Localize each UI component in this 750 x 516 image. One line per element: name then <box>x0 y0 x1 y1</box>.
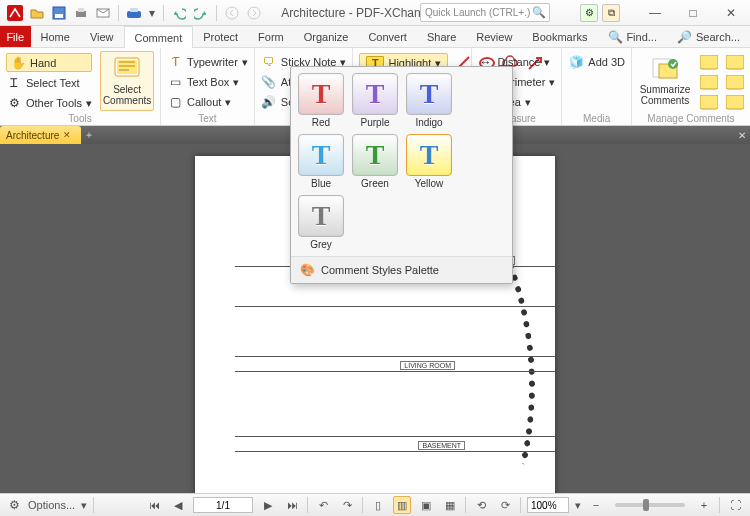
rotate-ccw-icon[interactable]: ⟲ <box>472 496 490 514</box>
search-doc-icon: 🔎 <box>677 29 693 45</box>
print-icon[interactable] <box>72 4 90 22</box>
nav-back-icon[interactable] <box>223 4 241 22</box>
menu-convert[interactable]: Convert <box>358 26 417 47</box>
next-view-button[interactable]: ↷ <box>338 496 356 514</box>
room-living: LIVING ROOM <box>400 361 455 370</box>
swatch-letter-icon: T <box>366 78 385 110</box>
swatch-green[interactable]: TGreen <box>351 134 399 189</box>
search-button[interactable]: 🔎Search... <box>667 26 750 47</box>
menu-organize[interactable]: Organize <box>294 26 359 47</box>
prev-view-button[interactable]: ↶ <box>314 496 332 514</box>
comment-styles-palette-button[interactable]: 🎨 Comment Styles Palette <box>291 256 512 283</box>
other-tools[interactable]: ⚙Other Tools ▾ <box>6 94 92 112</box>
svg-rect-19 <box>700 75 718 89</box>
layout-facing-icon[interactable]: ▣ <box>417 496 435 514</box>
menu-home[interactable]: Home <box>31 26 80 47</box>
add-3d-tool[interactable]: 🧊Add 3D <box>568 53 625 71</box>
redo-icon[interactable] <box>192 4 210 22</box>
app-icon <box>6 4 24 22</box>
ui-options-icon[interactable]: ⚙ <box>580 4 598 22</box>
swatch-label: Indigo <box>415 117 442 128</box>
menu-review[interactable]: Review <box>466 26 522 47</box>
swatch-yellow[interactable]: TYellow <box>405 134 453 189</box>
swatch-red[interactable]: TRed <box>297 73 345 128</box>
find-button[interactable]: 🔍Find... <box>597 26 667 47</box>
mc-1-icon[interactable] <box>700 55 718 71</box>
select-text-tool[interactable]: ᏆSelect Text <box>6 74 92 92</box>
menu-form[interactable]: Form <box>248 26 294 47</box>
zoom-dropdown-icon[interactable]: ▾ <box>575 499 581 512</box>
layout-continuous-icon[interactable]: ▥ <box>393 496 411 514</box>
textbox-tool[interactable]: ▭Text Box▾ <box>167 73 248 91</box>
email-icon[interactable] <box>94 4 112 22</box>
swatch-indigo[interactable]: TIndigo <box>405 73 453 128</box>
menu-protect[interactable]: Protect <box>193 26 248 47</box>
swatch-letter-icon: T <box>420 139 439 171</box>
last-page-button[interactable]: ⏭ <box>283 496 301 514</box>
save-icon[interactable] <box>50 4 68 22</box>
svg-rect-18 <box>700 55 718 69</box>
undo-icon[interactable] <box>170 4 188 22</box>
select-comments-button[interactable]: Select Comments <box>100 51 154 111</box>
next-page-button[interactable]: ▶ <box>259 496 277 514</box>
maximize-button[interactable]: □ <box>674 0 712 26</box>
mc-5-icon[interactable] <box>726 75 744 91</box>
fit-visible-icon[interactable]: ⛶ <box>726 496 744 514</box>
swatch-grey[interactable]: TGrey <box>297 195 345 250</box>
swatch-blue[interactable]: TBlue <box>297 134 345 189</box>
new-tab-button[interactable]: ＋ <box>81 128 97 142</box>
doc-tab-architecture[interactable]: Architecture ✕ <box>0 126 81 144</box>
close-button[interactable]: ✕ <box>712 0 750 26</box>
page-input[interactable] <box>193 497 253 513</box>
minimize-button[interactable]: — <box>636 0 674 26</box>
swatch-letter-icon: T <box>312 78 331 110</box>
qat-dropdown-icon[interactable]: ▾ <box>147 4 157 22</box>
prev-page-button[interactable]: ◀ <box>169 496 187 514</box>
svg-point-17 <box>668 59 678 69</box>
mc-3-icon[interactable] <box>700 95 718 111</box>
file-tab[interactable]: File <box>0 26 31 47</box>
hand-tool[interactable]: ✋Hand <box>6 53 92 72</box>
swatch-box: T <box>352 134 398 176</box>
typewriter-tool[interactable]: ƬTypewriter▾ <box>167 53 248 71</box>
mc-4-icon[interactable] <box>726 55 744 71</box>
swatch-letter-icon: T <box>366 139 385 171</box>
layout-single-icon[interactable]: ▯ <box>369 496 387 514</box>
first-page-button[interactable]: ⏮ <box>145 496 163 514</box>
summarize-comments-button[interactable]: Summarize Comments <box>638 51 692 111</box>
swatch-label: Green <box>361 178 389 189</box>
scan-icon[interactable] <box>125 4 143 22</box>
menu-bookmarks[interactable]: Bookmarks <box>522 26 597 47</box>
menu-view[interactable]: View <box>80 26 124 47</box>
menu-share[interactable]: Share <box>417 26 466 47</box>
group-tools: ✋Hand ᏆSelect Text ⚙Other Tools ▾ Select… <box>0 48 161 125</box>
zoom-out-button[interactable]: − <box>587 496 605 514</box>
mc-6-icon[interactable] <box>726 95 744 111</box>
svg-point-8 <box>226 7 238 19</box>
svg-rect-22 <box>726 75 744 89</box>
summarize-icon <box>651 56 679 82</box>
swatch-purple[interactable]: TPurple <box>351 73 399 128</box>
zoom-in-button[interactable]: + <box>695 496 713 514</box>
group-label-manage: Manage Comments <box>632 113 750 125</box>
layout-facing-cont-icon[interactable]: ▦ <box>441 496 459 514</box>
zoom-input[interactable] <box>527 497 569 513</box>
callout-tool[interactable]: ▢Callout▾ <box>167 93 248 111</box>
menu-comment[interactable]: Comment <box>124 26 194 48</box>
swatch-letter-icon: T <box>312 139 331 171</box>
launch-icon[interactable]: ⧉ <box>602 4 620 22</box>
rotate-cw-icon[interactable]: ⟳ <box>496 496 514 514</box>
svg-rect-2 <box>55 14 63 18</box>
doc-tab-close-icon[interactable]: ✕ <box>63 130 71 140</box>
sticky-icon: 🗨 <box>261 54 277 70</box>
tabstrip-close-icon[interactable]: ✕ <box>738 130 746 141</box>
mc-2-icon[interactable] <box>700 75 718 91</box>
group-label-media: Media <box>562 113 631 125</box>
zoom-slider[interactable] <box>615 503 685 507</box>
open-icon[interactable] <box>28 4 46 22</box>
chevron-icon: ▾ <box>242 56 248 69</box>
options-button[interactable]: Options... <box>28 499 75 511</box>
zoom-thumb[interactable] <box>643 499 649 511</box>
nav-fwd-icon[interactable] <box>245 4 263 22</box>
quick-launch-input[interactable]: Quick Launch (CTRL+.) 🔍 <box>420 3 550 22</box>
